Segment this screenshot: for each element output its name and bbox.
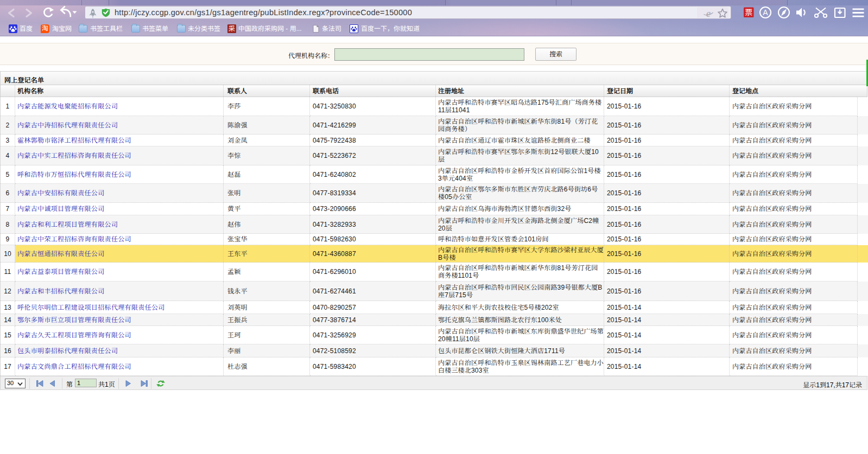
svg-text:A: A [763,8,768,17]
svg-text:票: 票 [745,9,752,17]
svg-text:e: e [706,8,711,19]
